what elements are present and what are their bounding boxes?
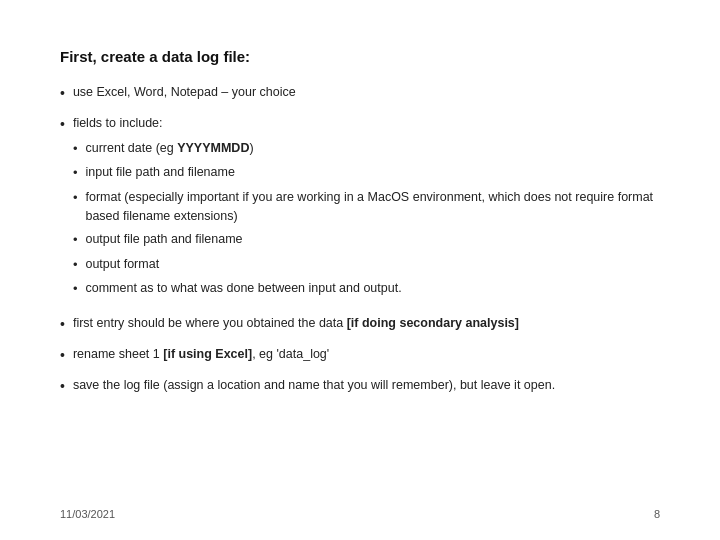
bullet-first-entry-bold: [if doing secondary analysis] <box>347 316 519 330</box>
slide-container: First, create a data log file: use Excel… <box>0 0 720 540</box>
bullet-excel: use Excel, Word, Notepad – your choice <box>60 83 660 104</box>
bullet-first-entry-text: first entry should be where you obtained… <box>73 314 519 333</box>
bullet-save-text: save the log file (assign a location and… <box>73 376 555 395</box>
footer: 11/03/2021 8 <box>60 508 660 520</box>
sub-bullet-list: current date (eg YYYYMMDD) input file pa… <box>73 139 660 299</box>
sub-date-bold: YYYYMMDD <box>177 141 249 155</box>
bullet-first-entry: first entry should be where you obtained… <box>60 314 660 335</box>
sub-output-format-text: output format <box>85 255 159 274</box>
bullet-excel-text: use Excel, Word, Notepad – your choice <box>73 83 296 102</box>
slide-title: First, create a data log file: <box>60 48 660 65</box>
sub-bullet-input-path: input file path and filename <box>73 163 660 183</box>
sub-bullet-date: current date (eg YYYYMMDD) <box>73 139 660 159</box>
footer-page: 8 <box>654 508 660 520</box>
bullet-save: save the log file (assign a location and… <box>60 376 660 397</box>
sub-output-path-text: output file path and filename <box>85 230 242 249</box>
sub-comment-text: comment as to what was done between inpu… <box>85 279 401 298</box>
sub-bullet-output-format: output format <box>73 255 660 275</box>
footer-date: 11/03/2021 <box>60 508 115 520</box>
sub-date-text: current date (eg YYYYMMDD) <box>85 139 253 158</box>
sub-input-path-text: input file path and filename <box>85 163 234 182</box>
bullet-fields: fields to include: current date (eg YYYY… <box>60 114 660 304</box>
bullet-fields-text: fields to include: <box>73 116 163 130</box>
sub-format-text: format (especially important if you are … <box>85 188 660 226</box>
sub-bullet-output-path: output file path and filename <box>73 230 660 250</box>
bullet-rename: rename sheet 1 [if using Excel], eg 'dat… <box>60 345 660 366</box>
bullet-rename-bold: [if using Excel] <box>163 347 252 361</box>
bullet-rename-text: rename sheet 1 [if using Excel], eg 'dat… <box>73 345 329 364</box>
sub-bullet-format: format (especially important if you are … <box>73 188 660 226</box>
sub-bullet-comment: comment as to what was done between inpu… <box>73 279 660 299</box>
main-bullet-list: use Excel, Word, Notepad – your choice f… <box>60 83 660 397</box>
